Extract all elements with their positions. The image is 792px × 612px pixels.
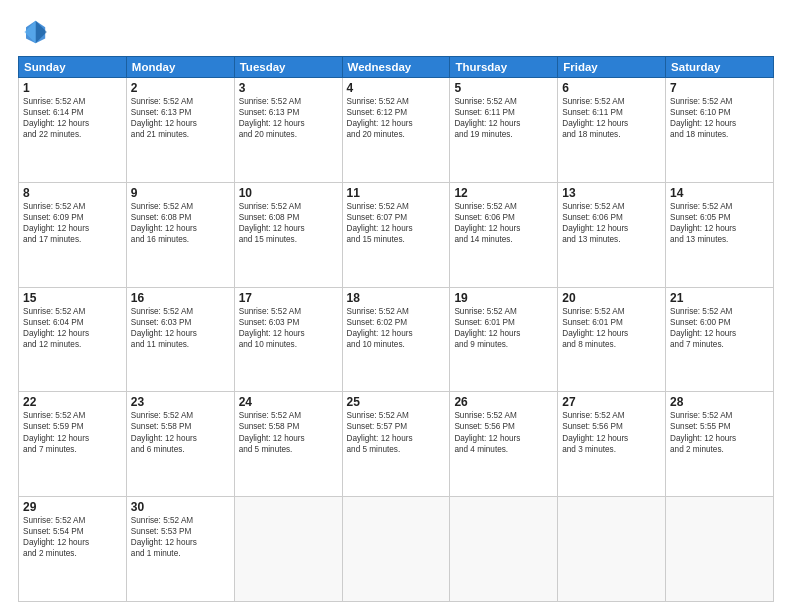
day-number: 17 [239, 291, 338, 305]
day-info: Sunrise: 5:52 AM Sunset: 6:05 PM Dayligh… [670, 201, 769, 245]
day-number: 4 [347, 81, 446, 95]
day-info: Sunrise: 5:52 AM Sunset: 5:58 PM Dayligh… [239, 410, 338, 454]
day-number: 3 [239, 81, 338, 95]
day-info: Sunrise: 5:52 AM Sunset: 6:06 PM Dayligh… [562, 201, 661, 245]
day-info: Sunrise: 5:52 AM Sunset: 6:04 PM Dayligh… [23, 306, 122, 350]
day-cell: 29Sunrise: 5:52 AM Sunset: 5:54 PM Dayli… [19, 497, 127, 602]
day-cell: 15Sunrise: 5:52 AM Sunset: 6:04 PM Dayli… [19, 287, 127, 392]
day-cell: 27Sunrise: 5:52 AM Sunset: 5:56 PM Dayli… [558, 392, 666, 497]
calendar-table: SundayMondayTuesdayWednesdayThursdayFrid… [18, 56, 774, 602]
day-number: 22 [23, 395, 122, 409]
week-row-5: 29Sunrise: 5:52 AM Sunset: 5:54 PM Dayli… [19, 497, 774, 602]
day-number: 10 [239, 186, 338, 200]
day-cell: 21Sunrise: 5:52 AM Sunset: 6:00 PM Dayli… [666, 287, 774, 392]
day-number: 29 [23, 500, 122, 514]
day-number: 24 [239, 395, 338, 409]
calendar-header: SundayMondayTuesdayWednesdayThursdayFrid… [19, 57, 774, 78]
header-row: SundayMondayTuesdayWednesdayThursdayFrid… [19, 57, 774, 78]
day-cell: 9Sunrise: 5:52 AM Sunset: 6:08 PM Daylig… [126, 182, 234, 287]
day-number: 27 [562, 395, 661, 409]
day-info: Sunrise: 5:52 AM Sunset: 5:54 PM Dayligh… [23, 515, 122, 559]
day-number: 15 [23, 291, 122, 305]
day-info: Sunrise: 5:52 AM Sunset: 6:13 PM Dayligh… [131, 96, 230, 140]
day-number: 26 [454, 395, 553, 409]
day-number: 11 [347, 186, 446, 200]
page: SundayMondayTuesdayWednesdayThursdayFrid… [0, 0, 792, 612]
day-cell: 28Sunrise: 5:52 AM Sunset: 5:55 PM Dayli… [666, 392, 774, 497]
day-cell: 4Sunrise: 5:52 AM Sunset: 6:12 PM Daylig… [342, 78, 450, 183]
header-cell-wednesday: Wednesday [342, 57, 450, 78]
day-cell: 1Sunrise: 5:52 AM Sunset: 6:14 PM Daylig… [19, 78, 127, 183]
day-info: Sunrise: 5:52 AM Sunset: 6:08 PM Dayligh… [239, 201, 338, 245]
day-cell: 3Sunrise: 5:52 AM Sunset: 6:13 PM Daylig… [234, 78, 342, 183]
day-number: 2 [131, 81, 230, 95]
day-cell: 11Sunrise: 5:52 AM Sunset: 6:07 PM Dayli… [342, 182, 450, 287]
day-number: 19 [454, 291, 553, 305]
header-cell-friday: Friday [558, 57, 666, 78]
day-info: Sunrise: 5:52 AM Sunset: 5:55 PM Dayligh… [670, 410, 769, 454]
header-cell-tuesday: Tuesday [234, 57, 342, 78]
header-cell-saturday: Saturday [666, 57, 774, 78]
day-cell: 17Sunrise: 5:52 AM Sunset: 6:03 PM Dayli… [234, 287, 342, 392]
day-cell: 20Sunrise: 5:52 AM Sunset: 6:01 PM Dayli… [558, 287, 666, 392]
week-row-1: 1Sunrise: 5:52 AM Sunset: 6:14 PM Daylig… [19, 78, 774, 183]
day-cell: 7Sunrise: 5:52 AM Sunset: 6:10 PM Daylig… [666, 78, 774, 183]
day-info: Sunrise: 5:52 AM Sunset: 6:01 PM Dayligh… [562, 306, 661, 350]
day-info: Sunrise: 5:52 AM Sunset: 6:00 PM Dayligh… [670, 306, 769, 350]
day-number: 1 [23, 81, 122, 95]
day-number: 23 [131, 395, 230, 409]
header-cell-monday: Monday [126, 57, 234, 78]
day-number: 25 [347, 395, 446, 409]
day-info: Sunrise: 5:52 AM Sunset: 6:03 PM Dayligh… [239, 306, 338, 350]
header-cell-thursday: Thursday [450, 57, 558, 78]
week-row-4: 22Sunrise: 5:52 AM Sunset: 5:59 PM Dayli… [19, 392, 774, 497]
day-cell: 19Sunrise: 5:52 AM Sunset: 6:01 PM Dayli… [450, 287, 558, 392]
day-number: 7 [670, 81, 769, 95]
day-number: 18 [347, 291, 446, 305]
day-number: 12 [454, 186, 553, 200]
day-info: Sunrise: 5:52 AM Sunset: 5:57 PM Dayligh… [347, 410, 446, 454]
day-cell [666, 497, 774, 602]
logo-icon [18, 16, 50, 48]
day-number: 30 [131, 500, 230, 514]
day-number: 16 [131, 291, 230, 305]
day-cell: 2Sunrise: 5:52 AM Sunset: 6:13 PM Daylig… [126, 78, 234, 183]
day-info: Sunrise: 5:52 AM Sunset: 6:11 PM Dayligh… [454, 96, 553, 140]
day-number: 9 [131, 186, 230, 200]
day-cell: 10Sunrise: 5:52 AM Sunset: 6:08 PM Dayli… [234, 182, 342, 287]
day-cell: 12Sunrise: 5:52 AM Sunset: 6:06 PM Dayli… [450, 182, 558, 287]
day-info: Sunrise: 5:52 AM Sunset: 6:12 PM Dayligh… [347, 96, 446, 140]
week-row-3: 15Sunrise: 5:52 AM Sunset: 6:04 PM Dayli… [19, 287, 774, 392]
day-info: Sunrise: 5:52 AM Sunset: 5:56 PM Dayligh… [562, 410, 661, 454]
day-number: 28 [670, 395, 769, 409]
logo [18, 16, 54, 48]
day-cell [450, 497, 558, 602]
day-number: 14 [670, 186, 769, 200]
calendar-body: 1Sunrise: 5:52 AM Sunset: 6:14 PM Daylig… [19, 78, 774, 602]
week-row-2: 8Sunrise: 5:52 AM Sunset: 6:09 PM Daylig… [19, 182, 774, 287]
header-cell-sunday: Sunday [19, 57, 127, 78]
day-cell: 23Sunrise: 5:52 AM Sunset: 5:58 PM Dayli… [126, 392, 234, 497]
day-cell: 5Sunrise: 5:52 AM Sunset: 6:11 PM Daylig… [450, 78, 558, 183]
day-number: 5 [454, 81, 553, 95]
day-number: 13 [562, 186, 661, 200]
day-info: Sunrise: 5:52 AM Sunset: 6:11 PM Dayligh… [562, 96, 661, 140]
day-cell: 16Sunrise: 5:52 AM Sunset: 6:03 PM Dayli… [126, 287, 234, 392]
day-cell: 14Sunrise: 5:52 AM Sunset: 6:05 PM Dayli… [666, 182, 774, 287]
day-info: Sunrise: 5:52 AM Sunset: 6:14 PM Dayligh… [23, 96, 122, 140]
day-info: Sunrise: 5:52 AM Sunset: 5:58 PM Dayligh… [131, 410, 230, 454]
day-cell: 24Sunrise: 5:52 AM Sunset: 5:58 PM Dayli… [234, 392, 342, 497]
day-number: 6 [562, 81, 661, 95]
day-cell: 8Sunrise: 5:52 AM Sunset: 6:09 PM Daylig… [19, 182, 127, 287]
day-info: Sunrise: 5:52 AM Sunset: 6:08 PM Dayligh… [131, 201, 230, 245]
day-cell [342, 497, 450, 602]
day-info: Sunrise: 5:52 AM Sunset: 6:01 PM Dayligh… [454, 306, 553, 350]
day-cell [234, 497, 342, 602]
day-cell: 25Sunrise: 5:52 AM Sunset: 5:57 PM Dayli… [342, 392, 450, 497]
day-info: Sunrise: 5:52 AM Sunset: 6:07 PM Dayligh… [347, 201, 446, 245]
day-cell [558, 497, 666, 602]
day-cell: 6Sunrise: 5:52 AM Sunset: 6:11 PM Daylig… [558, 78, 666, 183]
day-info: Sunrise: 5:52 AM Sunset: 6:09 PM Dayligh… [23, 201, 122, 245]
day-info: Sunrise: 5:52 AM Sunset: 5:59 PM Dayligh… [23, 410, 122, 454]
day-info: Sunrise: 5:52 AM Sunset: 6:13 PM Dayligh… [239, 96, 338, 140]
